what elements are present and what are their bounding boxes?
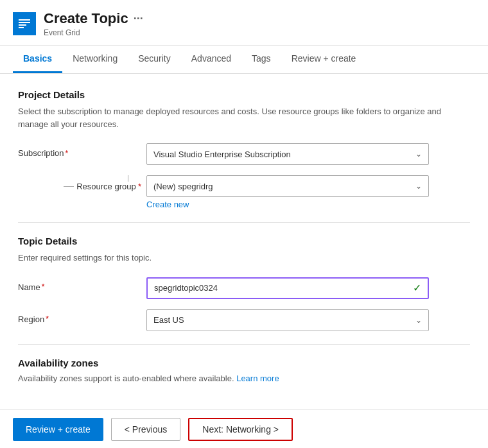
- name-value: spegridtopic0324: [154, 283, 218, 293]
- section-divider: [18, 222, 470, 223]
- avail-title: Availability zones: [18, 358, 470, 368]
- region-value: East US: [153, 315, 184, 325]
- resource-group-value: (New) spegridrg: [153, 182, 213, 191]
- tab-networking[interactable]: Networking: [62, 46, 128, 73]
- create-new-link[interactable]: Create new: [146, 200, 189, 209]
- region-select[interactable]: East US ⌄: [146, 309, 429, 331]
- svg-rect-1: [19, 22, 30, 23]
- subscription-value: Visual Studio Enterprise Subscription: [153, 150, 291, 159]
- name-label: Name *: [18, 277, 146, 292]
- topic-details-description: Enter required settings for this topic.: [18, 252, 470, 264]
- project-details-description: Select the subscription to manage deploy…: [18, 105, 470, 130]
- subscription-chevron: ⌄: [415, 150, 422, 159]
- project-details-title: Project Details: [18, 89, 470, 100]
- region-control: East US ⌄: [146, 309, 429, 331]
- header-text-group: Create Topic ··· Event Grid: [44, 10, 475, 37]
- resource-group-select[interactable]: (New) spegridrg ⌄: [146, 175, 429, 197]
- avail-desc: Availability zones support is auto-enabl…: [18, 374, 470, 383]
- tab-security[interactable]: Security: [128, 46, 181, 73]
- tab-bar: Basics Networking Security Advanced Tags…: [0, 46, 488, 74]
- topic-details-title: Topic Details: [18, 236, 470, 246]
- svg-rect-0: [19, 19, 30, 21]
- region-chevron: ⌄: [415, 316, 422, 325]
- page-title: Create Topic: [44, 10, 128, 27]
- name-control: spegridtopic0324 ✓: [146, 277, 429, 299]
- avail-divider: [18, 344, 470, 345]
- tab-tags[interactable]: Tags: [241, 46, 281, 73]
- region-row: Region * East US ⌄: [18, 309, 470, 331]
- next-button[interactable]: Next: Networking >: [188, 418, 293, 441]
- ellipsis-menu[interactable]: ···: [134, 12, 143, 26]
- region-label: Region *: [18, 309, 146, 324]
- learn-more-link[interactable]: Learn more: [236, 374, 279, 383]
- service-icon: [13, 12, 36, 35]
- rg-indent: Resource group *: [18, 175, 146, 191]
- tab-advanced[interactable]: Advanced: [181, 46, 241, 73]
- name-valid-icon: ✓: [413, 282, 421, 294]
- subscription-select[interactable]: Visual Studio Enterprise Subscription ⌄: [146, 143, 429, 165]
- subscription-row: Subscription * Visual Studio Enterprise …: [18, 143, 470, 165]
- subscription-control: Visual Studio Enterprise Subscription ⌄: [146, 143, 429, 165]
- tab-review[interactable]: Review + create: [281, 46, 367, 73]
- page-header: Create Topic ··· Event Grid: [0, 0, 488, 46]
- tab-basics[interactable]: Basics: [13, 46, 62, 73]
- resource-group-row: Resource group * (New) spegridrg ⌄ Creat…: [18, 175, 470, 209]
- name-row: Name * spegridtopic0324 ✓: [18, 277, 470, 299]
- rg-chevron: ⌄: [415, 182, 422, 191]
- page-subtitle: Event Grid: [44, 28, 475, 37]
- name-input[interactable]: spegridtopic0324 ✓: [146, 277, 429, 299]
- subscription-label: Subscription *: [18, 143, 146, 158]
- rg-required: *: [138, 182, 141, 191]
- avail-desc-text: Availability zones support is auto-enabl…: [18, 374, 234, 383]
- main-content: Project Details Select the subscription …: [0, 74, 488, 400]
- resource-group-label: Resource group *: [76, 182, 141, 191]
- svg-rect-2: [19, 24, 26, 26]
- name-required: *: [42, 282, 45, 291]
- resource-group-control: (New) spegridrg ⌄ Create new: [146, 175, 429, 209]
- review-create-button[interactable]: Review + create: [13, 418, 103, 441]
- footer: Review + create < Previous Next: Network…: [0, 409, 488, 448]
- region-required: *: [46, 314, 49, 323]
- previous-button[interactable]: < Previous: [111, 418, 181, 441]
- subscription-required: *: [65, 149, 69, 158]
- svg-rect-3: [19, 27, 24, 28]
